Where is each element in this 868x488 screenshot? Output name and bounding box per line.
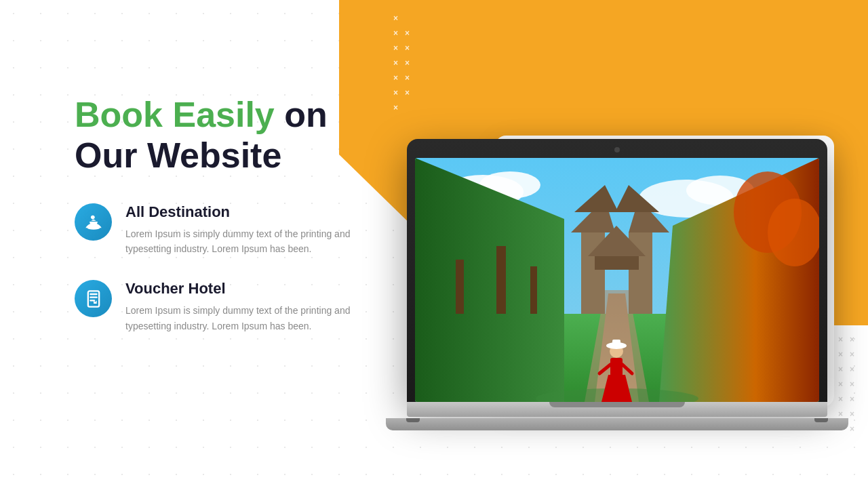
laptop-mockup bbox=[407, 139, 827, 430]
voucher-feature-text: Voucher Hotel Lorem Ipsum is simply dumm… bbox=[125, 280, 359, 333]
main-headline: Book Easily on Our Website bbox=[75, 95, 359, 176]
laptop-foot-left bbox=[406, 418, 420, 422]
document-icon bbox=[84, 289, 103, 308]
laptop-bottom bbox=[386, 418, 848, 430]
voucher-icon-circle bbox=[75, 280, 112, 317]
feature-item-voucher: Voucher Hotel Lorem Ipsum is simply dumm… bbox=[75, 280, 359, 333]
laptop-screen-outer bbox=[407, 139, 827, 402]
svg-rect-10 bbox=[456, 260, 464, 314]
destination-title: All Destination bbox=[125, 203, 359, 221]
voucher-title: Voucher Hotel bbox=[125, 280, 359, 298]
destination-description: Lorem Ipsum is simply dummy text of the … bbox=[125, 226, 359, 257]
destination-icon-circle bbox=[75, 203, 112, 241]
travel-scene-svg bbox=[415, 158, 819, 402]
svg-rect-12 bbox=[530, 266, 537, 314]
voucher-description: Lorem Ipsum is simply dummy text of the … bbox=[125, 303, 359, 333]
laptop-base bbox=[407, 402, 827, 417]
right-content-area bbox=[387, 34, 848, 454]
headline-green-text: Book Easily bbox=[75, 95, 275, 134]
headline-on-text: on bbox=[275, 95, 328, 134]
svg-rect-11 bbox=[496, 246, 506, 314]
destination-feature-text: All Destination Lorem Ipsum is simply du… bbox=[125, 203, 359, 257]
svg-rect-28 bbox=[610, 358, 623, 377]
feature-item-destination: All Destination Lorem Ipsum is simply du… bbox=[75, 203, 359, 257]
left-content-area: Book Easily on Our Website All Destinati… bbox=[75, 95, 359, 357]
laptop-feet bbox=[386, 418, 848, 422]
svg-point-0 bbox=[87, 226, 100, 230]
laptop-foot-right bbox=[814, 418, 828, 422]
svg-rect-24 bbox=[595, 256, 639, 270]
svg-rect-31 bbox=[612, 340, 620, 346]
laptop-camera bbox=[614, 147, 620, 152]
headline-our-website-text: Our Website bbox=[75, 136, 281, 175]
laptop-hinge bbox=[549, 402, 685, 407]
island-icon bbox=[84, 212, 103, 231]
laptop-screen bbox=[415, 158, 819, 402]
